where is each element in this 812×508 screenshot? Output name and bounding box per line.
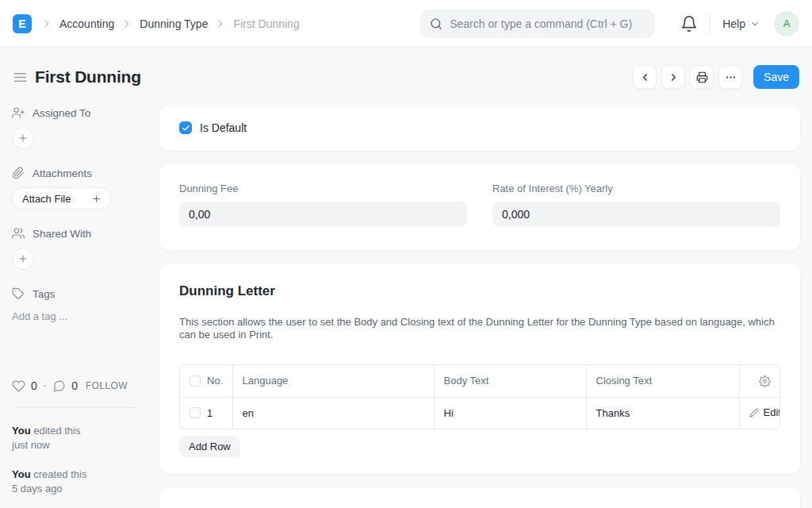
- created-info: You created this 5 days ago: [12, 468, 136, 496]
- more-options-button[interactable]: [718, 65, 742, 89]
- breadcrumb: Accounting Dunning Type First Dunning: [41, 17, 300, 30]
- shared-with-label: Shared With: [33, 228, 91, 240]
- dunning-fee-label: Dunning Fee: [179, 183, 467, 194]
- is-default-card: Is Default: [159, 105, 800, 151]
- chevron-left-icon: [639, 71, 651, 83]
- attach-file-label: Attach File: [22, 193, 71, 205]
- help-label: Help: [722, 17, 745, 30]
- attachments-section: Attachments: [12, 167, 136, 179]
- comment-icon[interactable]: [52, 379, 66, 393]
- edited-info: You edited this just now: [12, 424, 136, 452]
- separator-dot: ·: [43, 379, 47, 393]
- next-record-button[interactable]: [661, 65, 685, 89]
- rate-of-interest-input[interactable]: [492, 202, 780, 227]
- printer-icon: [696, 71, 708, 83]
- tags-label: Tags: [33, 288, 56, 300]
- user-plus-icon: [12, 106, 25, 119]
- comments-count[interactable]: 0: [71, 379, 78, 392]
- table-header-row: No. Language Body Text Closing Text: [180, 365, 780, 397]
- chevron-right-icon: [121, 18, 132, 29]
- shared-with-section: Shared With: [12, 227, 136, 240]
- rate-of-interest-label: Rate of Interest (%) Yearly: [492, 183, 780, 194]
- search-icon: [430, 17, 442, 30]
- bell-icon[interactable]: [680, 15, 698, 33]
- row-number: 1: [207, 407, 213, 419]
- pencil-icon: [749, 408, 759, 418]
- sidebar-divider: [12, 407, 136, 408]
- plus-icon: [17, 253, 29, 264]
- menu-icon[interactable]: [13, 70, 28, 85]
- next-section-card: [159, 487, 800, 508]
- chevron-right-icon: [41, 18, 52, 29]
- column-body-text: Body Text: [434, 365, 586, 397]
- navbar-actions: Help A: [680, 11, 799, 37]
- is-default-label: Is Default: [200, 121, 247, 134]
- add-share-button[interactable]: [12, 248, 34, 270]
- form-sidebar: Assigned To Attachments Attach File Shar…: [12, 105, 136, 508]
- rate-of-interest-field: Rate of Interest (%) Yearly: [492, 183, 780, 227]
- follow-button[interactable]: FOLLOW: [86, 380, 128, 391]
- likes-count[interactable]: 0: [31, 379, 37, 392]
- breadcrumb-item-first-dunning: First Dunning: [233, 17, 299, 30]
- ellipsis-icon: [725, 71, 737, 83]
- edit-row-button[interactable]: Edit: [749, 406, 780, 418]
- dunning-fee-input[interactable]: [179, 202, 467, 227]
- page-head: First Dunning Save: [0, 48, 812, 105]
- chevron-down-icon: [749, 18, 760, 29]
- column-language: Language: [232, 365, 434, 397]
- users-icon: [12, 227, 25, 240]
- page-title: First Dunning: [35, 67, 141, 87]
- form-body: Is Default Dunning Fee Rate of Interest …: [159, 105, 800, 508]
- add-tag-input[interactable]: Add a tag ...: [12, 310, 136, 322]
- navbar: E Accounting Dunning Type First Dunning …: [0, 0, 812, 48]
- assigned-to-section: Assigned To: [12, 106, 136, 119]
- assigned-to-label: Assigned To: [33, 107, 90, 119]
- column-closing-text: Closing Text: [586, 365, 739, 397]
- user-avatar[interactable]: A: [774, 11, 799, 37]
- dunning-letter-description: This section allows the user to set the …: [179, 316, 780, 341]
- body-text-cell[interactable]: Hi: [434, 397, 586, 429]
- language-cell[interactable]: en: [232, 397, 434, 429]
- help-menu[interactable]: Help: [722, 17, 760, 30]
- tags-section: Tags: [12, 287, 136, 300]
- breadcrumb-item-accounting[interactable]: Accounting: [59, 17, 114, 30]
- check-icon: [182, 124, 190, 133]
- breadcrumb-item-dunning-type[interactable]: Dunning Type: [140, 17, 208, 30]
- row-checkbox[interactable]: [190, 407, 201, 418]
- print-button[interactable]: [690, 65, 714, 89]
- chevron-right-icon: [668, 71, 680, 83]
- previous-record-button[interactable]: [633, 65, 657, 89]
- add-row-button[interactable]: Add Row: [179, 436, 240, 457]
- global-search[interactable]: [420, 10, 655, 38]
- app-logo[interactable]: E: [13, 14, 32, 33]
- column-no: No.: [207, 375, 223, 387]
- heart-icon[interactable]: [12, 379, 25, 393]
- grid-settings-icon[interactable]: [759, 375, 771, 387]
- search-input[interactable]: [450, 17, 645, 30]
- plus-icon: [17, 133, 29, 144]
- plus-icon: [91, 194, 102, 204]
- paperclip-icon: [12, 167, 25, 179]
- save-button[interactable]: Save: [753, 65, 799, 89]
- navbar-divider: [710, 14, 710, 33]
- table-row: 1 en Hi Thanks Edit: [180, 397, 780, 429]
- attach-file-button[interactable]: Attach File: [12, 187, 112, 210]
- chevron-right-icon: [215, 18, 226, 29]
- dunning-fee-field: Dunning Fee: [179, 183, 467, 227]
- fees-card: Dunning Fee Rate of Interest (%) Yearly: [159, 164, 800, 251]
- dunning-letter-table: No. Language Body Text Closing Text: [179, 364, 780, 429]
- document-follow-row: 0 · 0 FOLLOW: [12, 379, 136, 393]
- tag-icon: [12, 287, 25, 300]
- select-all-checkbox[interactable]: [190, 375, 201, 387]
- add-assignment-button[interactable]: [12, 127, 34, 149]
- is-default-checkbox[interactable]: [179, 121, 192, 134]
- dunning-letter-title: Dunning Letter: [179, 283, 780, 299]
- dunning-letter-card: Dunning Letter This section allows the u…: [159, 264, 800, 474]
- closing-text-cell[interactable]: Thanks: [586, 397, 739, 429]
- attachments-label: Attachments: [33, 167, 92, 179]
